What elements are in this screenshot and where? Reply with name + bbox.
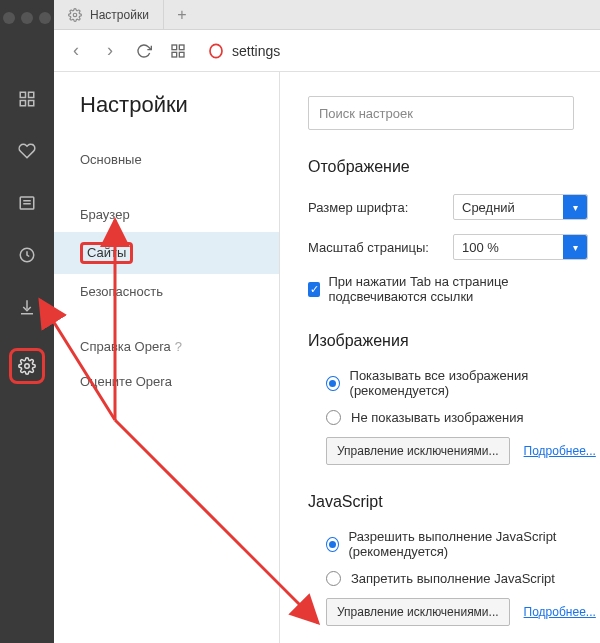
checkbox-checked-icon: ✓ <box>308 282 320 297</box>
nav-rate[interactable]: Оцените Opera <box>54 364 279 399</box>
settings-title: Настройки <box>54 92 279 142</box>
svg-rect-13 <box>172 52 177 57</box>
images-heading: Изображения <box>308 332 600 350</box>
display-heading: Отображение <box>308 158 600 176</box>
back-button[interactable]: ‹ <box>64 39 88 63</box>
images-dont-show[interactable]: Не показывать изображения <box>326 410 600 425</box>
history-icon[interactable] <box>16 244 38 266</box>
svg-rect-2 <box>20 101 25 106</box>
gear-icon[interactable] <box>16 355 38 377</box>
section-images: Изображения Показывать все изображения (… <box>308 332 600 465</box>
svg-point-9 <box>25 364 30 369</box>
settings-body: Поиск настроек Отображение Размер шрифта… <box>279 72 600 643</box>
speed-dial-button[interactable] <box>166 39 190 63</box>
js-deny[interactable]: Запретить выполнение JavaScript <box>326 571 600 586</box>
nav-sites[interactable]: Сайты <box>54 232 279 274</box>
font-size-label: Размер шрифта: <box>308 200 453 215</box>
js-allow[interactable]: Разрешить выполнение JavaScript (рекомен… <box>326 529 600 559</box>
forward-button[interactable]: › <box>98 39 122 63</box>
zoom-select[interactable]: 100 % ▾ <box>453 234 588 260</box>
left-rail <box>0 0 54 643</box>
js-manage-button[interactable]: Управление исключениями... <box>326 598 510 626</box>
settings-search[interactable]: Поиск настроек <box>308 96 574 130</box>
settings-content: Настройки Основные Браузер Сайты Безопас… <box>54 72 600 643</box>
js-more-link[interactable]: Подробнее... <box>524 605 596 619</box>
svg-rect-14 <box>179 52 184 57</box>
nav-browser[interactable]: Браузер <box>54 197 279 232</box>
font-size-select[interactable]: Средний ▾ <box>453 194 588 220</box>
radio-checked-icon <box>326 537 339 552</box>
downloads-icon[interactable] <box>16 296 38 318</box>
radio-checked-icon <box>326 376 340 391</box>
window-controls[interactable] <box>3 4 51 32</box>
svg-point-10 <box>73 13 77 17</box>
search-placeholder: Поиск настроек <box>319 106 413 121</box>
radio-unchecked-icon <box>326 410 341 425</box>
settings-nav: Настройки Основные Браузер Сайты Безопас… <box>54 72 279 643</box>
address-text: settings <box>232 43 280 59</box>
svg-rect-0 <box>20 92 25 97</box>
zoom-label: Масштаб страницы: <box>308 240 453 255</box>
svg-point-15 <box>210 44 222 57</box>
tab-settings[interactable]: Настройки <box>54 0 164 29</box>
svg-rect-3 <box>29 101 34 106</box>
svg-rect-1 <box>29 92 34 97</box>
news-icon[interactable] <box>16 192 38 214</box>
tab-title: Настройки <box>90 8 149 22</box>
main-column: Настройки + ‹ › settings Настройки Основ… <box>54 0 600 643</box>
images-show-all[interactable]: Показывать все изображения (рекомендуетс… <box>326 368 600 398</box>
heart-icon[interactable] <box>16 140 38 162</box>
address-bar[interactable]: settings <box>200 37 590 65</box>
new-tab-button[interactable]: + <box>164 0 200 29</box>
radio-unchecked-icon <box>326 571 341 586</box>
settings-icon-highlight <box>9 348 45 384</box>
chevron-down-icon: ▾ <box>563 195 587 219</box>
tab-highlight-option[interactable]: ✓ При нажатии Tab на странице подсвечива… <box>308 274 600 304</box>
opera-icon <box>208 43 224 59</box>
images-manage-button[interactable]: Управление исключениями... <box>326 437 510 465</box>
speed-dial-icon[interactable] <box>16 88 38 110</box>
toolbar: ‹ › settings <box>54 30 600 72</box>
nav-security[interactable]: Безопасность <box>54 274 279 309</box>
nav-basic[interactable]: Основные <box>54 142 279 177</box>
nav-help[interactable]: Справка Opera? <box>54 329 279 364</box>
nav-sites-highlight: Сайты <box>80 242 133 264</box>
svg-rect-12 <box>179 45 184 50</box>
chevron-down-icon: ▾ <box>563 235 587 259</box>
reload-button[interactable] <box>132 39 156 63</box>
section-javascript: JavaScript Разрешить выполнение JavaScri… <box>308 493 600 626</box>
js-heading: JavaScript <box>308 493 600 511</box>
svg-rect-11 <box>172 45 177 50</box>
section-display: Отображение Размер шрифта: Средний ▾ Мас… <box>308 158 600 304</box>
images-more-link[interactable]: Подробнее... <box>524 444 596 458</box>
tab-strip: Настройки + <box>54 0 600 30</box>
